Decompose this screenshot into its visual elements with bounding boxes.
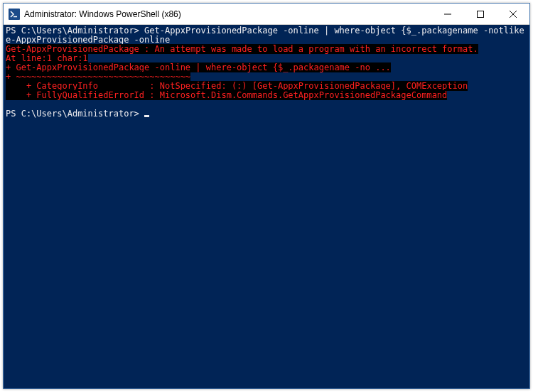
- maximize-button[interactable]: [464, 4, 497, 24]
- error-line: + FullyQualifiedErrorId : Microsoft.Dism…: [6, 90, 447, 100]
- window-title: Administrator: Windows PowerShell (x86): [24, 9, 431, 19]
- powershell-window: Administrator: Windows PowerShell (x86) …: [3, 3, 530, 389]
- titlebar[interactable]: Administrator: Windows PowerShell (x86): [4, 4, 529, 25]
- minimize-button[interactable]: [431, 4, 464, 24]
- blank-line: [6, 99, 11, 109]
- powershell-icon: [9, 9, 20, 20]
- error-line: + CategoryInfo : NotSpecified: (:) [Get-…: [6, 81, 468, 91]
- svg-rect-3: [478, 11, 484, 17]
- prompt-line: PS C:\Users\Administrator> Get-AppxProvi…: [6, 26, 529, 36]
- error-line: Get-AppxProvisionedPackage : An attempt …: [6, 44, 478, 54]
- error-line: At line:1 char:1: [6, 53, 88, 63]
- command-continuation: e-AppxProvisionedPackage -online: [6, 35, 170, 45]
- cursor: [144, 115, 149, 117]
- prompt-line: PS C:\Users\Administrator>: [6, 109, 144, 119]
- window-controls: [431, 4, 529, 24]
- terminal-output[interactable]: PS C:\Users\Administrator> Get-AppxProvi…: [4, 25, 529, 388]
- error-line: + Get-AppxProvisionedPackage -online | w…: [6, 62, 391, 72]
- error-line: + ~~~~~~~~~~~~~~~~~~~~~~~~~~~~~~~~~~: [6, 72, 190, 82]
- close-button[interactable]: [497, 4, 529, 24]
